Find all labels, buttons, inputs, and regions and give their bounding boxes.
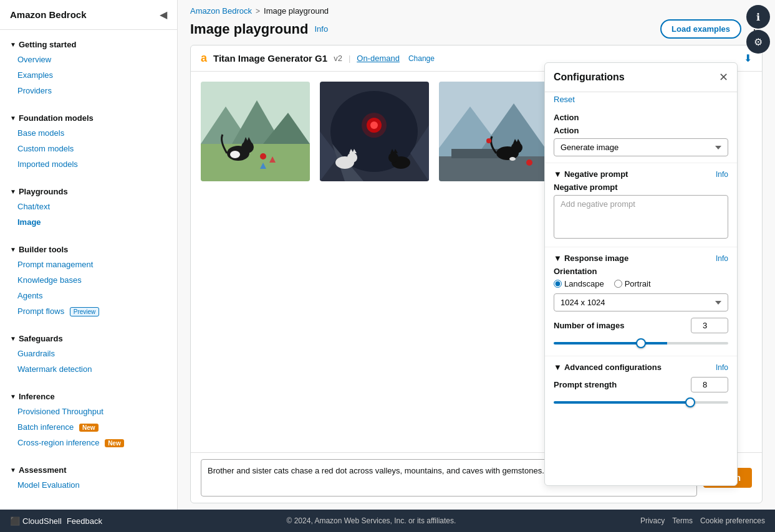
sidebar-item-overview[interactable]: Overview — [0, 52, 177, 67]
negative-prompt-input[interactable] — [554, 195, 728, 239]
prompt-strength-slider-container — [554, 396, 728, 409]
landscape-label: Landscape — [564, 279, 604, 288]
sidebar-section-label-playgrounds: Playgrounds — [19, 187, 68, 196]
sidebar-item-watermark-detection[interactable]: Watermark detection — [0, 361, 177, 377]
sidebar-section-foundation-models: ▼ Foundation models Base models Custom m… — [0, 103, 177, 177]
negative-prompt-info-link[interactable]: Info — [716, 170, 728, 179]
svg-rect-4 — [201, 144, 310, 181]
sidebar-item-prompt-management[interactable]: Prompt management — [0, 257, 177, 272]
sidebar-item-agents[interactable]: Agents — [0, 288, 177, 303]
sidebar-section-header-inference[interactable]: ▼ Inference — [0, 387, 177, 404]
generated-image-2 — [320, 82, 429, 181]
sidebar-section-header-playgrounds[interactable]: ▼ Playgrounds — [0, 182, 177, 199]
chevron-down-icon: ▼ — [10, 188, 16, 195]
preview-badge: Preview — [70, 307, 100, 316]
bottom-bar-copyright: © 2024, Amazon Web Services, Inc. or its… — [287, 516, 456, 525]
info-icon-button[interactable]: ℹ — [746, 5, 770, 29]
sidebar-item-prompt-flows[interactable]: Prompt flows Preview — [0, 303, 177, 319]
sidebar-item-batch-inference[interactable]: Batch inference New — [0, 419, 177, 435]
svg-point-41 — [509, 157, 516, 161]
sidebar-item-providers[interactable]: Providers — [0, 83, 177, 98]
sidebar-item-examples[interactable]: Examples — [0, 67, 177, 83]
sidebar-item-model-evaluation[interactable]: Model Evaluation — [0, 477, 177, 493]
configurations-close-button[interactable]: ✕ — [719, 70, 728, 84]
sidebar-item-provisioned-throughput[interactable]: Provisioned Throughput — [0, 404, 177, 419]
change-model-link[interactable]: Change — [408, 54, 435, 63]
sidebar-item-cross-region-inference[interactable]: Cross-region inference New — [0, 435, 177, 450]
num-images-slider[interactable] — [554, 342, 728, 344]
num-images-input[interactable] — [691, 318, 728, 333]
sidebar-item-chat-text[interactable]: Chat/text — [0, 199, 177, 214]
landscape-radio[interactable] — [554, 280, 562, 288]
sidebar: Amazon Bedrock ◀ ▼ Getting started Overv… — [0, 0, 178, 510]
sidebar-section-label-safeguards: Safeguards — [19, 334, 63, 343]
config-response-image-header: ▼ Response image Info — [554, 254, 728, 263]
landscape-radio-label[interactable]: Landscape — [554, 279, 604, 288]
portrait-radio-label[interactable]: Portrait — [614, 279, 651, 288]
on-demand-link[interactable]: On-demand — [357, 54, 400, 63]
sidebar-section-header-safeguards[interactable]: ▼ Safeguards — [0, 329, 177, 346]
portrait-radio[interactable] — [614, 280, 622, 288]
chevron-down-icon: ▼ — [10, 393, 16, 400]
sidebar-section-builder-tools: ▼ Builder tools Prompt management Knowle… — [0, 235, 177, 324]
sidebar-item-knowledge-bases[interactable]: Knowledge bases — [0, 272, 177, 288]
cloudshell-button[interactable]: ⬛ CloudShell — [10, 516, 62, 526]
sidebar-section-safeguards: ▼ Safeguards Guardrails Watermark detect… — [0, 324, 177, 382]
sidebar-collapse-button[interactable]: ◀ — [160, 9, 167, 21]
sidebar-section-header-foundation-models[interactable]: ▼ Foundation models — [0, 108, 177, 125]
privacy-link[interactable]: Privacy — [640, 516, 665, 525]
response-image-info-link[interactable]: Info — [716, 254, 728, 263]
svg-point-40 — [526, 159, 532, 166]
sidebar-item-image[interactable]: Image — [0, 214, 177, 230]
portrait-label: Portrait — [625, 279, 651, 288]
advanced-section-title: ▼ Advanced configurations — [554, 363, 662, 372]
config-action-header: Action — [554, 113, 728, 122]
configurations-panel: Configurations ✕ Reset Action Action Gen… — [544, 62, 738, 486]
bottom-bar-right: Privacy Terms Cookie preferences — [640, 516, 765, 525]
prompt-strength-input[interactable] — [691, 377, 728, 392]
sidebar-section-header-builder-tools[interactable]: ▼ Builder tools — [0, 240, 177, 257]
prompt-strength-label: Prompt strength — [554, 380, 617, 389]
configurations-reset-link[interactable]: Reset — [545, 92, 737, 107]
svg-point-6 — [241, 141, 254, 153]
model-version: v2 — [334, 54, 342, 63]
breadcrumb-separator: > — [256, 7, 260, 16]
config-action-section: Action Action Generate image Edit image … — [545, 107, 737, 163]
amazon-logo: a — [201, 52, 207, 65]
num-images-slider-container — [554, 337, 728, 349]
load-examples-button[interactable]: Load examples — [660, 19, 741, 39]
cookie-preferences-link[interactable]: Cookie preferences — [700, 516, 765, 525]
feedback-button[interactable]: Feedback — [67, 516, 102, 526]
info-icon: ℹ — [756, 11, 760, 23]
chevron-down-icon: ▼ — [10, 335, 16, 342]
sidebar-header: Amazon Bedrock ◀ — [0, 0, 177, 30]
config-negative-prompt-header: ▼ Negative prompt Info — [554, 169, 728, 179]
model-name: Titan Image Generator G1 — [213, 53, 327, 64]
settings-icon-button[interactable]: ⚙ — [746, 30, 770, 54]
sidebar-item-guardrails[interactable]: Guardrails — [0, 346, 177, 361]
svg-point-23 — [347, 153, 357, 163]
config-action-label: Action — [554, 126, 728, 135]
svg-point-10 — [230, 151, 240, 158]
terms-link[interactable]: Terms — [672, 516, 693, 525]
num-images-label: Number of images — [554, 321, 624, 330]
configurations-title: Configurations — [554, 72, 625, 83]
sidebar-section-getting-started: ▼ Getting started Overview Examples Prov… — [0, 30, 177, 103]
advanced-info-link[interactable]: Info — [716, 363, 728, 372]
sidebar-section-label-builder-tools: Builder tools — [19, 245, 68, 254]
sidebar-title: Amazon Bedrock — [10, 9, 87, 20]
breadcrumb-parent-link[interactable]: Amazon Bedrock — [190, 6, 252, 16]
breadcrumb: Amazon Bedrock > Image playground — [178, 0, 775, 16]
action-select[interactable]: Generate image Edit image Variation — [554, 138, 728, 156]
sidebar-item-imported-models[interactable]: Imported models — [0, 156, 177, 172]
image-size-select[interactable]: 1024 x 1024 512 x 512 768 x 768 — [554, 293, 728, 311]
sidebar-section-header-assessment[interactable]: ▼ Assessment — [0, 460, 177, 477]
settings-icon: ⚙ — [754, 36, 763, 48]
sidebar-section-header-getting-started[interactable]: ▼ Getting started — [0, 35, 177, 52]
sidebar-item-custom-models[interactable]: Custom models — [0, 141, 177, 156]
config-response-image-section: ▼ Response image Info Orientation Landsc… — [545, 247, 737, 356]
svg-point-21 — [370, 121, 378, 129]
sidebar-item-base-models[interactable]: Base models — [0, 125, 177, 141]
prompt-strength-slider[interactable] — [554, 401, 728, 404]
page-info-link[interactable]: Info — [314, 24, 328, 34]
